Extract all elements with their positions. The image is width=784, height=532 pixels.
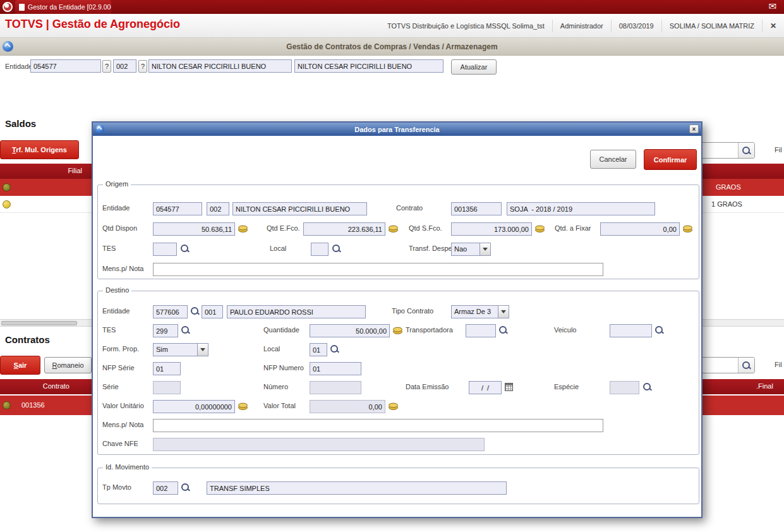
money-icon: [238, 402, 248, 411]
dialog-close-button[interactable]: ×: [689, 124, 699, 133]
origem-mens-input[interactable]: [153, 263, 603, 276]
contratos-filter-cut-label: Fil: [775, 361, 782, 368]
tp-movto-input[interactable]: [153, 481, 178, 495]
destino-entidade-label: Entidade: [102, 307, 130, 315]
money-icon: [534, 224, 545, 233]
qtd-dispon-label: Qtd Dispon: [102, 224, 137, 232]
dialog-titlebar: Dados para Transferencia: [93, 123, 701, 136]
origem-mens-label: Mens.p/ Nota: [102, 265, 143, 272]
calendar-icon[interactable]: [505, 383, 513, 391]
money-icon: [392, 326, 403, 335]
dialog-title: Dados para Transferencia: [354, 126, 440, 133]
entity-help-button[interactable]: ?: [102, 60, 111, 73]
transf-despesa-select[interactable]: Nao: [451, 243, 491, 256]
origem-tes-input[interactable]: [153, 243, 177, 256]
refresh-button[interactable]: Atualizar: [451, 59, 497, 75]
data-emissao-label: Data Emissão: [406, 383, 449, 390]
search-icon: [742, 361, 751, 370]
qtd-sfco-input[interactable]: [451, 222, 532, 236]
lookup-icon[interactable]: [643, 383, 651, 391]
lookup-icon[interactable]: [181, 326, 190, 334]
nfp-numero-input[interactable]: [310, 362, 361, 375]
destino-local-input[interactable]: [310, 343, 327, 356]
column-final-cut[interactable]: .Final: [756, 382, 773, 390]
especie-input: [610, 381, 639, 394]
saldos-row-text: GRAOS: [716, 183, 741, 191]
quantidade-label: Quantidade: [263, 326, 299, 334]
quantidade-input[interactable]: [310, 324, 390, 337]
qtd-dispon-input[interactable]: [153, 222, 235, 236]
window-icon: [19, 4, 25, 11]
multi-origin-button[interactable]: Trf. Mul. Origens: [0, 140, 79, 159]
chevron-down-icon[interactable]: [498, 306, 509, 318]
entity-name-confirm-field: [294, 59, 443, 73]
task-tab[interactable]: Gestor da Entidade [02.9.0067] ×: [15, 0, 111, 14]
exit-button[interactable]: Sair: [0, 356, 40, 375]
destino-mens-input[interactable]: [153, 419, 603, 432]
lookup-icon[interactable]: [191, 307, 199, 315]
lookup-icon[interactable]: [181, 245, 189, 253]
destino-local-label: Local: [263, 345, 280, 353]
chevron-down-icon[interactable]: [479, 243, 490, 255]
search-icon: [742, 147, 751, 155]
scrollbar-thumb[interactable]: [1, 321, 77, 325]
transportadora-input[interactable]: [466, 324, 496, 337]
store-help-button[interactable]: ?: [138, 60, 147, 73]
mail-icon[interactable]: ✉: [768, 1, 776, 12]
brand-title: TOTVS | Gestão de Agronegócio: [5, 18, 180, 31]
data-emissao-input[interactable]: [469, 381, 502, 394]
task-tab-title: Gestor da Entidade [02.9.0067]: [28, 3, 111, 11]
saldos-search-button[interactable]: [738, 143, 754, 158]
serie-label: Série: [102, 383, 119, 390]
totvs-logo-icon: [3, 2, 13, 12]
qtd-efco-label: Qtd E.Fco.: [267, 224, 300, 232]
qtd-efco-input[interactable]: [303, 222, 385, 236]
close-icon[interactable]: ✕: [762, 20, 784, 32]
lookup-icon[interactable]: [330, 345, 339, 353]
destino-entidade-loja-input[interactable]: [202, 305, 223, 318]
origem-legend: Origem: [103, 180, 131, 188]
nfp-numero-label: NFP Numero: [263, 364, 304, 372]
chave-nfe-input: [153, 438, 485, 451]
status-led-icon: [3, 183, 11, 191]
cancel-button[interactable]: Cancelar: [590, 150, 636, 169]
nfp-serie-input[interactable]: [153, 362, 181, 375]
qtd-fixar-input[interactable]: [600, 222, 680, 236]
origem-entidade-code-input[interactable]: [153, 202, 202, 215]
function-bar: Gestão de Contratos de Compras / Vendas …: [0, 38, 784, 56]
tipo-contrato-select[interactable]: Armaz De 3: [451, 305, 509, 318]
tp-movto-desc-field: [207, 481, 507, 495]
origem-local-input[interactable]: [311, 243, 329, 256]
column-filial[interactable]: Filial: [47, 167, 82, 174]
contratos-search-button[interactable]: [738, 358, 754, 373]
user-label: Administrador: [552, 20, 611, 32]
confirm-button[interactable]: Confirmar: [644, 149, 697, 170]
form-prop-select[interactable]: Sim: [153, 343, 208, 356]
destino-tes-input[interactable]: [153, 324, 178, 337]
appbar: TOTVS | Gestão de Agronegócio TOTVS Dist…: [0, 14, 784, 38]
transfer-dialog: Dados para Transferencia × Cancelar Conf…: [92, 121, 703, 518]
veiculo-input[interactable]: [610, 324, 652, 337]
origem-entidade-loja-input[interactable]: [207, 202, 229, 215]
lookup-icon[interactable]: [655, 326, 663, 334]
destino-entidade-nome-field: [227, 305, 366, 318]
valor-unitario-input[interactable]: [153, 400, 235, 413]
column-contrato[interactable]: Contrato: [35, 382, 69, 390]
chevron-down-icon[interactable]: [197, 344, 208, 356]
entity-code-input[interactable]: [30, 59, 101, 73]
origem-local-label: Local: [270, 245, 286, 252]
lookup-icon[interactable]: [499, 326, 507, 334]
origem-contrato-code-input[interactable]: [451, 202, 502, 215]
lookup-icon[interactable]: [181, 483, 190, 492]
date-label: 08/03/2019: [611, 20, 661, 32]
contrato-number: 001356: [21, 401, 45, 409]
taskbar: Gestor da Entidade [02.9.0067] × ✉: [0, 0, 784, 14]
serie-input: [153, 381, 181, 394]
romaneio-button[interactable]: Romaneio: [44, 357, 92, 373]
destino-entidade-code-input[interactable]: [153, 305, 188, 318]
lookup-icon[interactable]: [332, 245, 341, 253]
destino-legend: Destino: [103, 286, 131, 294]
numero-input: [310, 381, 361, 394]
entity-store-input[interactable]: [113, 59, 136, 73]
environment-label: TOTVS Distribuição e Logística MSSQL Sol…: [380, 20, 552, 32]
